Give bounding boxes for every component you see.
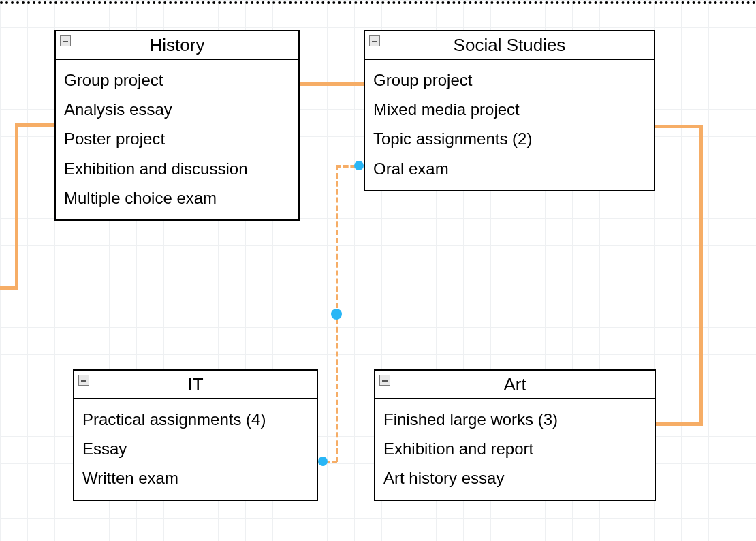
entity-title: Social Studies (454, 35, 566, 56)
connector-social-art-v[interactable] (699, 125, 703, 426)
page-boundary-top (0, 1, 756, 4)
entity-history[interactable]: History Group project Analysis essay Pos… (54, 30, 300, 221)
connector-history-social[interactable] (298, 82, 365, 86)
collapse-icon[interactable] (369, 35, 380, 46)
entity-it-header[interactable]: IT (74, 371, 317, 399)
sel-endpoint-it[interactable] (318, 457, 328, 466)
diagram-canvas[interactable]: History Group project Analysis essay Pos… (0, 0, 756, 541)
entity-social-rows: Group project Mixed media project Topic … (365, 60, 654, 190)
entity-row[interactable]: Written exam (82, 463, 309, 493)
entity-art-header[interactable]: Art (375, 371, 655, 399)
entity-row[interactable]: Art history essay (383, 463, 646, 493)
entity-row[interactable]: Finished large works (3) (383, 405, 646, 434)
entity-social-header[interactable]: Social Studies (365, 31, 654, 60)
entity-row[interactable]: Oral exam (373, 154, 646, 183)
sel-endpoint-social[interactable] (354, 161, 364, 170)
entity-row[interactable]: Group project (373, 65, 646, 95)
entity-art-rows: Finished large works (3) Exhibition and … (375, 399, 655, 500)
entity-row[interactable]: Essay (82, 434, 309, 463)
entity-row[interactable]: Practical assignments (4) (82, 405, 309, 434)
collapse-icon[interactable] (379, 375, 390, 386)
collapse-icon[interactable] (60, 35, 71, 46)
entity-row[interactable]: Analysis essay (64, 95, 290, 124)
entity-row[interactable]: Mixed media project (373, 95, 646, 124)
entity-it[interactable]: IT Practical assignments (4) Essay Writt… (73, 369, 318, 501)
connector-social-art-h2[interactable] (654, 422, 703, 426)
entity-row[interactable]: Poster project (64, 124, 290, 153)
connector-history-left-v[interactable] (15, 123, 18, 290)
entity-row[interactable]: Exhibition and discussion (64, 154, 290, 183)
entity-it-rows: Practical assignments (4) Essay Written … (74, 399, 317, 500)
entity-row[interactable]: Group project (64, 65, 290, 95)
entity-row[interactable]: Exhibition and report (383, 434, 646, 463)
entity-art[interactable]: Art Finished large works (3) Exhibition … (374, 369, 656, 501)
entity-title: Art (503, 374, 526, 395)
entity-social-studies[interactable]: Social Studies Group project Mixed media… (364, 30, 655, 191)
connector-history-left-bottom[interactable] (0, 286, 18, 290)
entity-title: History (150, 35, 205, 56)
entity-title: IT (187, 374, 203, 395)
entity-row[interactable]: Topic assignments (2) (373, 124, 646, 153)
entity-history-header[interactable]: History (56, 31, 298, 60)
connector-history-left-h[interactable] (15, 123, 56, 127)
entity-history-rows: Group project Analysis essay Poster proj… (56, 60, 298, 219)
connector-social-art-h1[interactable] (654, 125, 703, 128)
entity-row[interactable]: Multiple choice exam (64, 183, 290, 213)
sel-midpoint[interactable] (331, 309, 342, 320)
collapse-icon[interactable] (78, 375, 89, 386)
